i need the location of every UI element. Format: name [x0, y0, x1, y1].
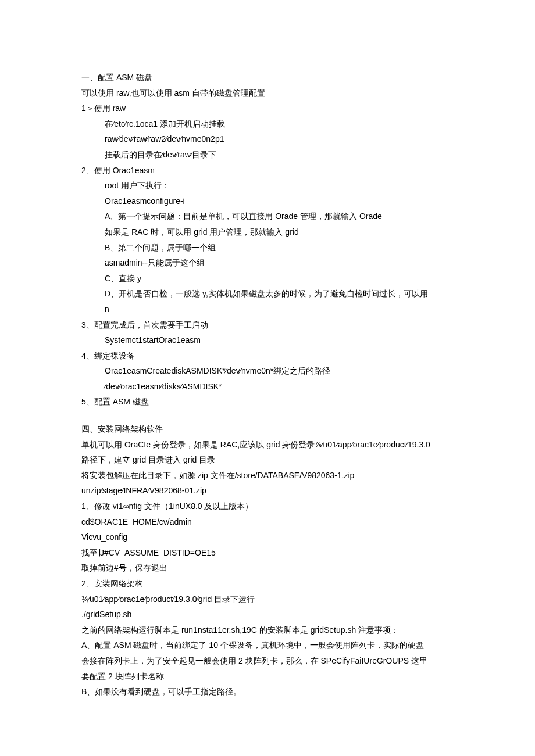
step4-title: 4、绑定裸设备	[81, 348, 454, 364]
step2-line6: asmadmin--只能属于这个组	[81, 255, 454, 271]
step2-line1: root 用户下执行：	[81, 178, 454, 194]
step3-title: 3、配置完成后，首次需要手工启动	[81, 317, 454, 333]
section4-step2-line4: A、配置 ASM 磁盘时，当前绑定了 10 个裸设备，真机环境中，一般会使用阵列…	[81, 637, 454, 653]
step5-title: 5、配置 ASM 磁盘	[81, 394, 454, 410]
section4-line4: unzip∕stage∕INFRA∕V982068-01.zip	[81, 483, 454, 499]
section4-title: 四、安装网络架构软件	[81, 421, 454, 437]
section4-step1-line4: 取掉前边#号，保存退出	[81, 560, 454, 576]
section4-step2-line3: 之前的网络架构运行脚本是 run1nsta11er.sh,19C 的安装脚本是 …	[81, 622, 454, 638]
section4-step2-line7: B、如果没有看到硬盘，可以手工指定路径。	[81, 684, 454, 700]
section4-line2: 路径下，建立 grid 目录进入 grid 目录	[81, 452, 454, 468]
section1-title: 一、配置 ASM 磁盘	[81, 70, 454, 85]
step2-line3: A、第一个提示问题：目前是单机，可以直接用 Orade 管理，那就输入 Orad…	[81, 209, 454, 224]
section4-step2-line5: 会接在阵列卡上，为了安全起见一般会使用 2 块阵列卡，那么，在 SPeCifyF…	[81, 653, 454, 669]
section4-step1-title: 1、修改 vi1∞nfig 文件（1inUX8.0 及以上版本）	[81, 499, 454, 514]
step2-line9: n	[81, 302, 454, 317]
step2-title: 2、使用 Orac1easm	[81, 163, 454, 178]
step1-line2: raw∕dev∕raw∕raw2∕dev∕nvme0n2p1	[81, 131, 454, 147]
step1-line1: 在∕etc∕rc.1oca1 添加开机启动挂载	[81, 116, 454, 132]
step4-line1: Orac1easmCreatediskASMDISK*∕dev∕nvme0n*绑…	[81, 363, 454, 379]
section4-step2-line1: ¾∕u01∕app∕orac1e∕product∕19.3.0∕grid 目录下…	[81, 592, 454, 607]
step2-line2: Orac1easmconfigure-i	[81, 194, 454, 209]
section4-line1: 单机可以用 OraCIe 身份登录，如果是 RAC,应该以 grid 身份登录⅞…	[81, 437, 454, 453]
section4-step1-line1: cd$ORAC1E_HOME/cv/admin	[81, 514, 454, 530]
section4-line3: 将安装包解压在此目录下，如源 zip 文件在/store/DATABASE/V9…	[81, 468, 454, 483]
step4-line2: ∕dev∕orac1easm∕disks∕ASMDISK*	[81, 379, 454, 395]
step3-line1: Systemct1startOrac1easm	[81, 332, 454, 348]
step2-line5: B、第二个问题，属于哪一个组	[81, 240, 454, 256]
section4-step1-line2: Vicvu_config	[81, 529, 454, 545]
step2-line4: 如果是 RAC 时，可以用 grid 用户管理，那就输入 grid	[81, 224, 454, 240]
section4-step2-title: 2、安装网络架构	[81, 576, 454, 592]
section-spacer	[81, 410, 454, 421]
step2-line7: C、直接 y	[81, 271, 454, 286]
section4-step1-line3: 找至∣J#CV_ASSUME_DISTID=OE15	[81, 545, 454, 561]
section4-step2-line2: ./gridSetup.sh	[81, 607, 454, 622]
step1-line3: 挂载后的目录在∕dev∕raw∕目录下	[81, 147, 454, 163]
section4-step2-line6: 要配置 2 块阵列卡名称	[81, 669, 454, 685]
step1-title: 1＞使用 raw	[81, 101, 454, 116]
section1-intro: 可以使用 raw,也可以使用 asm 自带的磁盘管理配置	[81, 85, 454, 101]
step2-line8: D、开机是否自检，一般选 y,实体机如果磁盘太多的时候，为了避免自检时间过长，可…	[81, 286, 454, 302]
